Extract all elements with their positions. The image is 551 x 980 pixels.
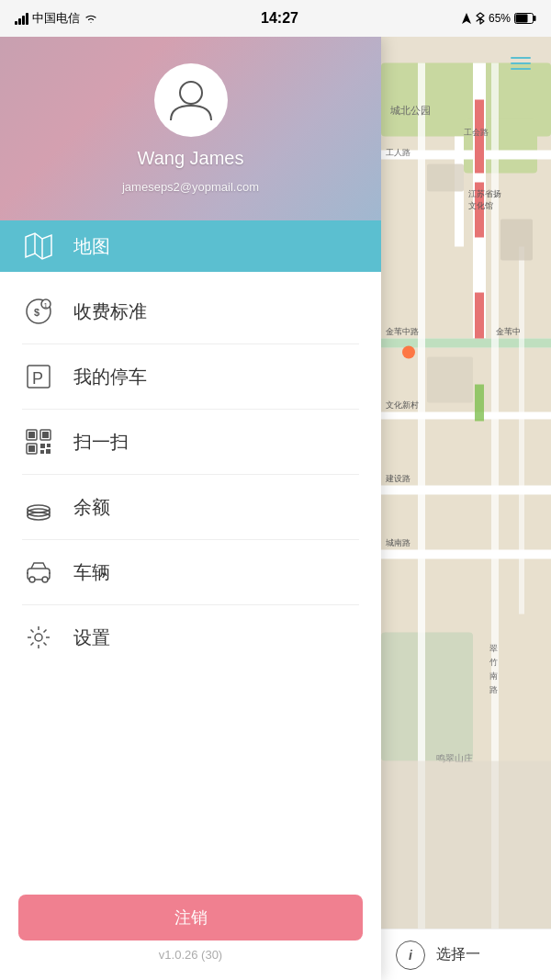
main-layout: Wang James jameseps2@yopmail.com 地图	[0, 37, 551, 980]
svg-text:路: 路	[489, 685, 498, 694]
svg-text:1: 1	[44, 301, 49, 310]
logout-section: 注销 v1.0.26 (30)	[0, 880, 381, 980]
status-bar: 中国电信 14:27 65%	[0, 0, 551, 37]
profile-header: Wang James jameseps2@yopmail.com	[0, 37, 381, 220]
svg-rect-21	[40, 450, 44, 454]
map-svg: 城北公园 江苏省扬 文化馆 金苇中路 金苇中 文化新村 建设路 城南路 翠 竹 …	[381, 37, 551, 980]
sidebar: Wang James jameseps2@yopmail.com 地图	[0, 37, 381, 980]
status-right: 65%	[461, 12, 536, 25]
sidebar-item-parking-label: 我的停车	[73, 365, 147, 389]
svg-rect-18	[28, 445, 35, 452]
map-bottom-bar: i 选择一	[381, 929, 551, 980]
sidebar-item-map[interactable]: 地图	[0, 220, 381, 272]
battery-icon	[514, 13, 536, 24]
menu-list: $ 1 收费标准 P 我的停车	[0, 272, 381, 880]
svg-rect-14	[28, 432, 35, 438]
sidebar-item-balance-label: 余额	[73, 495, 110, 520]
carrier-label: 中国电信	[32, 10, 80, 27]
settings-icon	[22, 621, 55, 654]
status-left: 中国电信	[15, 10, 98, 27]
sidebar-item-scan-label: 扫一扫	[73, 430, 129, 455]
svg-point-68	[402, 346, 415, 359]
parking-icon: P	[22, 360, 55, 393]
svg-rect-71	[427, 357, 473, 403]
svg-rect-52	[475, 385, 484, 422]
svg-rect-47	[381, 550, 551, 559]
sidebar-item-scan[interactable]: 扫一扫	[0, 410, 381, 474]
location-icon	[461, 12, 472, 25]
svg-text:城北公园: 城北公园	[389, 105, 431, 116]
svg-rect-1	[534, 16, 536, 21]
svg-rect-20	[47, 444, 51, 447]
map-icon	[22, 230, 55, 263]
svg-rect-45	[381, 412, 551, 420]
svg-point-30	[42, 577, 48, 582]
svg-rect-41	[475, 100, 484, 174]
svg-text:工人路: 工人路	[386, 148, 410, 157]
svg-text:建设路: 建设路	[385, 474, 410, 483]
svg-text:文化馆: 文化馆	[468, 201, 493, 210]
pricing-icon: $ 1	[22, 295, 55, 328]
sidebar-item-parking[interactable]: P 我的停车	[0, 344, 381, 409]
balance-icon	[22, 490, 55, 524]
svg-rect-19	[40, 444, 45, 448]
svg-rect-51	[475, 293, 484, 339]
svg-rect-37	[381, 633, 473, 761]
svg-text:$: $	[34, 307, 39, 318]
svg-text:南: 南	[489, 671, 498, 681]
sidebar-item-map-label: 地图	[73, 234, 110, 259]
svg-point-33	[35, 634, 42, 641]
avatar-icon	[163, 73, 219, 128]
signal-icon	[15, 13, 28, 25]
sidebar-item-vehicle-label: 车辆	[73, 560, 110, 585]
svg-text:文化新村: 文化新村	[386, 400, 419, 410]
svg-rect-2	[515, 15, 527, 23]
svg-text:翠: 翠	[489, 644, 498, 653]
wifi-icon	[84, 13, 98, 24]
hamburger-button[interactable]	[505, 51, 536, 75]
sidebar-item-pricing-label: 收费标准	[73, 299, 147, 324]
version-text: v1.0.26 (30)	[18, 941, 363, 973]
svg-text:城南路: 城南路	[385, 538, 410, 547]
avatar[interactable]	[154, 63, 228, 137]
sidebar-item-settings[interactable]: 设置	[0, 605, 381, 670]
time-display: 14:27	[261, 10, 298, 27]
sidebar-item-vehicle[interactable]: 车辆	[0, 540, 381, 604]
battery-percent: 65%	[489, 12, 511, 25]
svg-text:工会路: 工会路	[464, 128, 489, 137]
svg-text:金苇中路: 金苇中路	[386, 327, 419, 336]
info-icon[interactable]: i	[396, 941, 425, 970]
profile-email: jameseps2@yopmail.com	[122, 180, 259, 194]
bluetooth-icon	[476, 12, 485, 25]
map-panel: 城北公园 江苏省扬 文化馆 金苇中路 金苇中 文化新村 建设路 城南路 翠 竹 …	[381, 37, 551, 980]
svg-text:P: P	[32, 369, 43, 388]
sidebar-item-balance[interactable]: 余额	[0, 475, 381, 539]
svg-rect-72	[381, 761, 551, 954]
svg-rect-22	[46, 449, 51, 454]
scan-icon	[22, 425, 55, 458]
svg-rect-16	[42, 432, 49, 438]
svg-rect-70	[500, 220, 533, 261]
svg-point-3	[180, 82, 202, 104]
svg-rect-69	[427, 164, 464, 192]
vehicle-icon	[22, 556, 55, 589]
svg-text:竹: 竹	[489, 658, 498, 667]
map-select-text: 选择一	[436, 945, 480, 964]
sidebar-item-settings-label: 设置	[73, 625, 110, 650]
svg-text:江苏省扬: 江苏省扬	[468, 189, 501, 198]
sidebar-item-pricing[interactable]: $ 1 收费标准	[0, 279, 381, 344]
svg-marker-4	[26, 233, 51, 259]
logout-button[interactable]: 注销	[18, 895, 363, 941]
svg-rect-50	[519, 247, 524, 614]
svg-rect-46	[381, 486, 551, 495]
svg-text:金苇中: 金苇中	[496, 327, 521, 336]
svg-point-29	[29, 577, 35, 582]
profile-name: Wang James	[138, 148, 244, 169]
